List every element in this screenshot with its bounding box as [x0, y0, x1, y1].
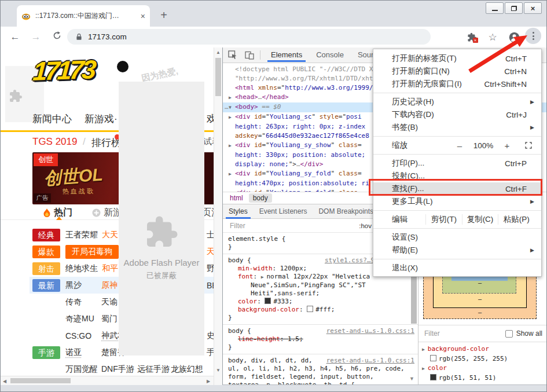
game-link[interactable]: 奇迹MU	[65, 314, 101, 324]
menu-action[interactable]: 复制(C)	[462, 214, 498, 225]
minimize-button[interactable]	[486, 2, 504, 14]
menu-item-5[interactable]: 下载内容(D)Ctrl+J	[373, 108, 541, 121]
show-all-checkbox[interactable]	[505, 330, 513, 338]
menu-item-17[interactable]: 设置(S)	[373, 231, 541, 244]
reload-button[interactable]	[49, 30, 64, 45]
computed-property[interactable]: ▶color	[418, 364, 547, 373]
device-toolbar-button[interactable]	[243, 49, 256, 61]
styles-filter-input[interactable]: Filter	[230, 222, 245, 230]
margin-value[interactable]: –	[423, 309, 537, 316]
styles-scroll-down-icon[interactable]: ▼	[409, 376, 414, 382]
expand-arrow-icon[interactable]: ▶	[261, 274, 267, 280]
menu-item-11[interactable]: 投射(C)...	[373, 170, 541, 182]
game-link[interactable]: 龙族幻想	[171, 364, 204, 375]
game-link[interactable]: DNF手游	[101, 364, 137, 375]
clipped-game-link[interactable]: 手游	[207, 347, 214, 358]
horizontal-scrollbar[interactable]: ◀ ▶	[1, 376, 214, 385]
menu-item-12[interactable]: 查找(F)...Ctrl+F	[373, 182, 541, 195]
clipped-game-link[interactable]: 天	[207, 247, 214, 257]
category-badge[interactable]: 经典	[32, 229, 60, 241]
category-badge[interactable]: 最新	[32, 279, 60, 292]
expand-arrow-icon[interactable]: ▶	[229, 170, 235, 179]
menu-item-1[interactable]: 打开新的窗口(N)Ctrl+N	[373, 65, 541, 78]
css-property[interactable]: line-height: 1.5;	[228, 335, 418, 343]
game-link[interactable]: 开局召毒狗	[65, 245, 119, 259]
game-link[interactable]: CS:GO	[65, 331, 101, 340]
sidebar-tab-dom-breakpoints[interactable]: DOM Breakpoints	[313, 204, 379, 219]
back-button[interactable]: ←	[8, 30, 23, 45]
border-value[interactable]: –	[423, 295, 537, 302]
browser-tab[interactable]: ::17173.com::中国游戏门户站 ×	[17, 5, 150, 27]
vertical-scroll-thumb[interactable]	[215, 58, 221, 96]
computed-property[interactable]: ▶background-color	[418, 345, 547, 354]
menu-item-10[interactable]: 打印(P)...Ctrl+P	[373, 157, 541, 170]
menu-item-6[interactable]: 书签(B)▶	[373, 121, 541, 134]
close-button[interactable]: ×	[524, 2, 542, 14]
computed-filter-input[interactable]: Filter	[424, 329, 440, 338]
scroll-right-icon[interactable]: ▶	[207, 379, 210, 384]
address-bar[interactable]: 17173.com	[67, 29, 431, 45]
game-link[interactable]: 万国觉醒	[65, 364, 101, 375]
game-link[interactable]: 传奇	[65, 297, 101, 307]
inspect-element-button[interactable]	[226, 49, 240, 61]
flash-blocked-overlay[interactable]: Adobe Flash Player 已被屏蔽	[119, 82, 204, 356]
expand-arrow-icon[interactable]: ▶	[229, 113, 235, 122]
menu-action[interactable]: 粘贴(P)	[498, 214, 534, 225]
subnav-tgs2019[interactable]: TGS 2019	[32, 136, 78, 148]
expand-arrow-icon[interactable]: ▶	[229, 93, 235, 102]
menu-item-2[interactable]: 打开新的无痕窗口(I)Ctrl+Shift+N	[373, 78, 541, 90]
stylesheet-link[interactable]: reset-and-u…s-1.0.css:1	[326, 327, 414, 335]
category-badge[interactable]: 射击	[32, 262, 60, 275]
stylesheet-link[interactable]: reset-and-u…s-1.0.css:1	[326, 357, 414, 365]
menu-item-0[interactable]: 打开新的标签页(T)Ctrl+T	[373, 52, 541, 65]
menu-item-13[interactable]: 更多工具(L)▶	[373, 195, 541, 208]
game-link[interactable]: 黑沙	[65, 280, 101, 291]
sidebar-tab-event-listeners[interactable]: Event Listeners	[254, 204, 313, 219]
category-badge[interactable]: 爆款	[32, 246, 60, 258]
color-swatch[interactable]	[265, 298, 271, 304]
menu-action[interactable]: 剪切(T)	[425, 214, 462, 225]
clipped-game-link[interactable]: 士	[207, 230, 214, 240]
horizontal-scroll-thumb[interactable]	[10, 378, 71, 383]
clipped-game-link[interactable]: 史诗	[207, 331, 214, 341]
category-badge[interactable]: 手游	[32, 346, 60, 359]
maximize-button[interactable]	[505, 2, 523, 14]
sidebar-tab-styles[interactable]: Styles	[223, 204, 254, 219]
breadcrumb-html[interactable]: html	[230, 194, 243, 202]
nav-item-newgames[interactable]: 新游戏·	[85, 112, 118, 126]
padding-value[interactable]: –	[423, 279, 537, 286]
game-link[interactable]: 远征手游	[137, 364, 171, 375]
stylesheet-link[interactable]: style1.css?…9	[325, 257, 375, 265]
nav-item-news[interactable]: 新闻中心	[32, 112, 72, 126]
scroll-up-icon[interactable]: ▲	[216, 50, 221, 55]
vertical-scrollbar[interactable]: ▲ ▼	[214, 47, 222, 385]
profile-button[interactable]	[508, 31, 520, 43]
scroll-left-icon[interactable]: ◀	[3, 379, 6, 384]
menu-item-15[interactable]: 编辑剪切(T)复制(C)粘贴(P)	[373, 213, 541, 226]
expand-arrow-icon[interactable]: ▶	[229, 141, 235, 151]
css-property[interactable]: color: #333;	[228, 298, 418, 306]
expand-arrow-icon[interactable]: ▼	[229, 103, 235, 112]
clipped-game-link[interactable]: BBQ	[207, 281, 214, 290]
site-logo[interactable]: 17173	[32, 54, 95, 87]
tab-console[interactable]: Console	[309, 48, 351, 62]
extension-button[interactable]: ×	[465, 31, 478, 43]
forward-button[interactable]: →	[28, 30, 43, 45]
css-property[interactable]: background-color: #fff;	[228, 306, 418, 314]
bookmark-button[interactable]: ☆	[486, 31, 499, 43]
fullscreen-icon[interactable]	[523, 142, 534, 149]
nav-item-clipped[interactable]: 戏	[207, 112, 214, 126]
color-swatch[interactable]	[307, 306, 313, 312]
menu-item-18[interactable]: 帮助(E)▶	[373, 244, 541, 257]
new-tab-button[interactable]: +	[156, 8, 172, 24]
menu-item-4[interactable]: 历史记录(H)▶	[373, 96, 541, 108]
zoom-out-button[interactable]: –	[451, 141, 468, 151]
clipped-game-link[interactable]: 野行	[207, 263, 214, 274]
browser-menu-button[interactable]	[525, 28, 541, 44]
styles-scrollbar-thumb[interactable]	[411, 274, 417, 324]
scroll-down-icon[interactable]: ▼	[216, 368, 221, 373]
expand-arrow-icon[interactable]: ▶	[422, 347, 425, 352]
hover-toggle[interactable]: :hov	[359, 222, 372, 229]
zoom-in-button[interactable]: +	[498, 141, 516, 151]
menu-item-8[interactable]: 缩放–100%+	[373, 139, 541, 152]
